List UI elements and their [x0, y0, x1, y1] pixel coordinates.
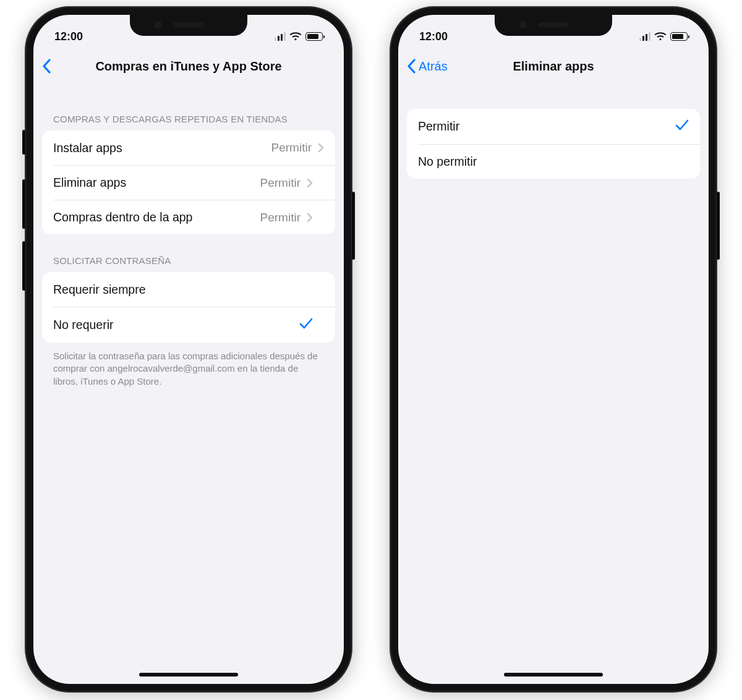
status-time: 12:00 [54, 30, 83, 43]
nav-bar: Compras en iTunes y App Store [33, 48, 344, 84]
row-value: Permitir [260, 211, 301, 224]
notch [495, 15, 612, 36]
row-label: No requerir [53, 318, 299, 332]
cellular-signal-icon [639, 32, 650, 41]
group-options: Permitir No permitir [407, 109, 700, 179]
battery-icon [305, 32, 323, 41]
status-icons [639, 32, 688, 41]
phone-mockup-right: 12:00 Atrás Eliminar apps [390, 6, 717, 693]
home-indicator[interactable] [504, 673, 603, 677]
section-footnote: Solicitar la contraseña para las compras… [42, 343, 335, 388]
row-not-require[interactable]: No requerir [53, 307, 335, 343]
row-label: Requerir siempre [53, 283, 324, 297]
back-button[interactable]: Atrás [407, 59, 448, 74]
wifi-icon [654, 32, 667, 41]
screen-right: 12:00 Atrás Eliminar apps [398, 15, 709, 684]
row-label: Compras dentro de la app [53, 210, 260, 224]
chevron-left-icon [42, 59, 51, 74]
screen-left: 12:00 Compras en iTunes y App Store [33, 15, 344, 684]
row-value: Permitir [271, 141, 312, 155]
section-header-password: SOLICITAR CONTRASEÑA [42, 234, 335, 272]
row-label: Permitir [418, 119, 675, 134]
row-require-always[interactable]: Requerir siempre [42, 272, 335, 307]
checkmark-icon [299, 317, 313, 333]
section-header-purchases: COMPRAS Y DESCARGAS REPETIDAS EN TIENDAS [42, 84, 335, 130]
row-in-app-purchases[interactable]: Compras dentro de la app Permitir [53, 200, 335, 234]
notch [130, 15, 247, 36]
page-title: Compras en iTunes y App Store [95, 59, 281, 74]
status-time: 12:00 [419, 30, 448, 43]
phone-mockup-left: 12:00 Compras en iTunes y App Store [25, 6, 352, 693]
row-install-apps[interactable]: Instalar apps Permitir [42, 130, 335, 165]
chevron-right-icon [307, 213, 313, 223]
chevron-left-icon [407, 59, 416, 74]
checkmark-icon [675, 119, 689, 134]
wifi-icon [289, 32, 302, 41]
group-purchases: Instalar apps Permitir Eliminar apps Per… [42, 130, 335, 234]
cellular-signal-icon [275, 32, 286, 41]
row-label: Eliminar apps [53, 176, 260, 190]
back-label: Atrás [419, 59, 448, 74]
row-allow[interactable]: Permitir [407, 109, 700, 144]
row-label: No permitir [418, 155, 678, 169]
row-disallow[interactable]: No permitir [418, 144, 700, 179]
home-indicator[interactable] [139, 673, 238, 677]
battery-icon [670, 32, 688, 41]
status-icons [275, 32, 323, 41]
page-title: Eliminar apps [513, 59, 594, 74]
nav-bar: Atrás Eliminar apps [398, 48, 709, 84]
row-value: Permitir [260, 176, 301, 190]
chevron-right-icon [318, 143, 324, 153]
row-label: Instalar apps [53, 141, 271, 155]
group-password: Requerir siempre No requerir [42, 272, 335, 343]
back-button[interactable] [42, 59, 54, 74]
row-delete-apps[interactable]: Eliminar apps Permitir [53, 165, 335, 200]
chevron-right-icon [307, 178, 313, 188]
